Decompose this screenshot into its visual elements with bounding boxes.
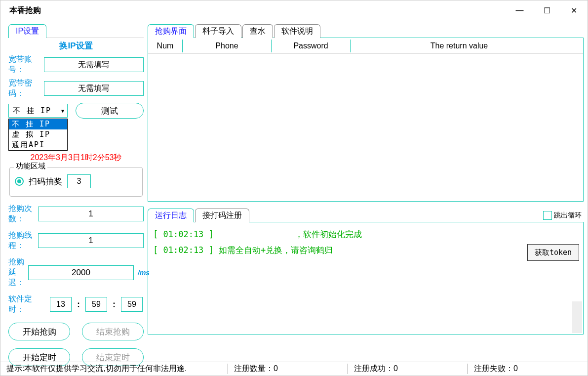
broadband-password-label: 宽带密码： xyxy=(8,78,44,99)
buy-threads-input[interactable] xyxy=(38,233,144,248)
function-area-legend: 功能区域 xyxy=(14,162,47,171)
table-header-row: Num Phone Password The return value xyxy=(148,38,583,54)
colon-sep: ： xyxy=(110,299,118,310)
scan-lottery-value-input[interactable] xyxy=(67,174,91,188)
test-button[interactable]: 测试 xyxy=(76,103,144,119)
ip-mode-option-api[interactable]: 通用API xyxy=(9,140,67,150)
timer-second-input[interactable] xyxy=(121,297,143,312)
start-buy-button[interactable]: 开始抢购 xyxy=(8,323,70,340)
buy-delay-label: 抢购延迟： xyxy=(8,257,24,288)
broadband-account-label: 宽带账号： xyxy=(8,54,44,75)
status-reg-fail: 注册失败：0 xyxy=(468,364,588,374)
close-button[interactable]: ✕ xyxy=(560,2,588,19)
ip-mode-option-none[interactable]: 不 挂 IP xyxy=(9,119,67,129)
tab-captcha-register[interactable]: 接打码注册 xyxy=(195,209,249,222)
status-reg-total: 注册数量：0 xyxy=(228,364,348,374)
tab-buy-view[interactable]: 抢购界面 xyxy=(148,24,194,38)
skip-loop-checkbox[interactable] xyxy=(543,211,552,220)
colon-sep: ： xyxy=(75,299,82,310)
ip-mode-dropdown: 不 挂 IP 虚 拟 IP 通用API xyxy=(8,119,68,151)
log-output: [ 01:02:13 ] ，软件初始化完成 [ 01:02:13 ] 如需全自动… xyxy=(153,226,578,330)
function-area-fieldset: 功能区域 扫码抽奖 xyxy=(9,167,143,197)
end-buy-button[interactable]: 结束抢购 xyxy=(82,323,144,340)
tab-about[interactable]: 软件说明 xyxy=(274,24,320,38)
tab-check[interactable]: 查水 xyxy=(242,24,273,38)
col-spacer xyxy=(568,44,583,48)
table-panel: Num Phone Password The return value xyxy=(148,38,584,202)
window-title: 本香抢购 xyxy=(9,5,41,16)
col-phone: Phone xyxy=(183,40,272,52)
buy-count-input[interactable] xyxy=(38,207,144,221)
timer-hour-input[interactable] xyxy=(50,297,72,312)
scan-lottery-radio[interactable] xyxy=(15,177,24,186)
skip-loop-label: 跳出循环 xyxy=(554,211,582,220)
tab-import[interactable]: 料子导入 xyxy=(195,24,241,38)
status-hint: 提示:本软件仅提供学习交流,切勿用于任何非法用途. xyxy=(0,364,228,374)
status-reg-ok: 注册成功：0 xyxy=(348,364,468,374)
ip-settings-heading: 换IP设置 xyxy=(8,40,144,51)
timer-minute-input[interactable] xyxy=(85,297,107,312)
broadband-password-input[interactable] xyxy=(44,81,144,96)
ip-mode-select[interactable]: 不 挂 IP ▼ xyxy=(8,104,68,118)
table-body[interactable] xyxy=(148,54,583,201)
tab-log[interactable]: 运行日志 xyxy=(148,209,194,222)
chevron-down-icon: ▼ xyxy=(61,108,65,114)
sidebar: IP设置 换IP设置 宽带账号： 宽带密码： 不 挂 IP ▼ 测试 不 挂 I… xyxy=(4,20,148,374)
col-return: The return value xyxy=(351,40,568,52)
buy-delay-input[interactable] xyxy=(28,265,134,280)
broadband-account-input[interactable] xyxy=(44,57,144,72)
scrollbar[interactable] xyxy=(572,301,582,333)
maximize-button[interactable]: ☐ xyxy=(533,2,560,19)
log-panel: [ 01:02:13 ] ，软件初始化完成 [ 01:02:13 ] 如需全自动… xyxy=(148,222,584,334)
status-bar: 提示:本软件仅提供学习交流,切勿用于任何非法用途. 注册数量：0 注册成功：0 … xyxy=(0,362,588,376)
col-num: Num xyxy=(148,40,183,52)
get-token-button[interactable]: 获取token xyxy=(527,244,579,261)
minimize-button[interactable]: — xyxy=(506,2,533,19)
window-buttons: — ☐ ✕ xyxy=(506,2,588,19)
main-area: 抢购界面 料子导入 查水 软件说明 Num Phone Password The… xyxy=(148,20,584,374)
ip-mode-option-virtual[interactable]: 虚 拟 IP xyxy=(9,129,67,140)
ip-mode-selected-value: 不 挂 IP xyxy=(13,106,51,116)
timer-label: 软件定时： xyxy=(8,294,47,315)
titlebar: 本香抢购 — ☐ ✕ xyxy=(0,0,588,20)
buy-count-label: 抢购次数： xyxy=(8,204,34,224)
col-password: Password xyxy=(272,40,351,52)
scan-lottery-label: 扫码抽奖 xyxy=(29,176,62,187)
tab-ip-settings[interactable]: IP设置 xyxy=(8,24,46,38)
buy-threads-label: 抢购线程： xyxy=(8,230,34,251)
